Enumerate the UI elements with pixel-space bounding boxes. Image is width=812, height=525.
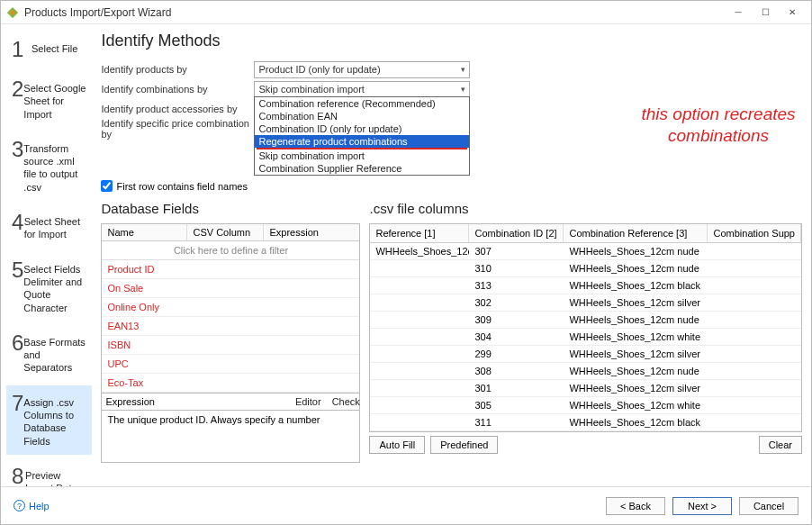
app-icon — [6, 6, 19, 19]
help-icon: ? — [14, 500, 25, 511]
csv-row[interactable]: 305WHHeels_Shoes_12cm white — [370, 397, 801, 414]
csv-row[interactable]: 301WHHeels_Shoes_12cm silver — [370, 380, 801, 397]
db-fields-header: Name CSV Column Expression — [102, 224, 359, 241]
wizard-step-7[interactable]: 7Assign .csv Columns to Database Fields — [6, 385, 92, 455]
csv-columns-title: .csv file columns — [369, 201, 802, 216]
wizard-step-6[interactable]: 6Base Formats and Separators — [6, 325, 92, 382]
wizard-footer: ? Help < Back Next > Cancel — [1, 486, 811, 524]
csv-col-combination-id[interactable]: Combination ID [2] — [469, 224, 564, 242]
cancel-button[interactable]: Cancel — [739, 497, 798, 515]
identify-accessories-label: Identify product accessories by — [101, 104, 254, 114]
identify-methods-title: Identify Methods — [101, 32, 802, 50]
titlebar: Products Import/Export Wizard ─ ☐ ✕ — [1, 1, 811, 24]
close-button[interactable]: ✕ — [779, 4, 806, 22]
db-row[interactable]: EAN13 — [102, 317, 359, 336]
dropdown-option-selected[interactable]: Regenerate product combinations — [255, 135, 469, 148]
wizard-step-3[interactable]: 3Transform source .xml file to output .c… — [6, 131, 92, 201]
dropdown-option[interactable]: Combination reference (Recommended) — [255, 97, 469, 110]
chevron-down-icon: ▾ — [461, 85, 465, 94]
expression-check-btn[interactable]: Check — [327, 394, 365, 410]
csv-row[interactable]: 304WHHeels_Shoes_12cm white — [370, 329, 801, 346]
csv-row[interactable]: 302WHHeels_Shoes_12cm silver — [370, 294, 801, 312]
identify-combinations-combo[interactable]: Skip combination import▾ — [254, 81, 470, 98]
wizard-step-1[interactable]: 1Select File — [6, 32, 92, 68]
chevron-down-icon: ▾ — [461, 65, 465, 74]
csv-grid-header: Reference [1] Combination ID [2] Combina… — [369, 223, 802, 243]
help-link[interactable]: ? Help — [14, 500, 50, 511]
next-button[interactable]: Next > — [672, 497, 732, 515]
main-panel: Identify Methods Identify products by Pr… — [97, 24, 811, 484]
back-button[interactable]: < Back — [606, 497, 665, 515]
first-row-checkbox-input[interactable] — [101, 180, 113, 192]
expression-editor-btn[interactable]: Editor — [290, 394, 327, 410]
identify-products-label: Identify products by — [101, 64, 254, 75]
expression-bar: Expression Editor Check — [101, 394, 360, 411]
identify-combinations-label: Identify combinations by — [101, 84, 254, 95]
csv-col-combination-supp[interactable]: Combination Supp — [708, 224, 801, 242]
csv-row[interactable]: 309WHHeels_Shoes_12cm nude — [370, 312, 801, 329]
db-row[interactable]: UPC — [102, 355, 359, 374]
dropdown-option[interactable]: Combination ID (only for update) — [255, 122, 469, 135]
csv-row[interactable]: 313WHHeels_Shoes_12cm black — [370, 277, 801, 294]
field-description: The unique product ID. Always specify a … — [101, 411, 360, 463]
window-title: Products Import/Export Wizard — [24, 6, 725, 19]
wizard-step-2[interactable]: 2Select Google Sheet for Import — [6, 71, 92, 128]
csv-row[interactable]: 311WHHeels_Shoes_12cm black — [370, 414, 801, 431]
wizard-step-4[interactable]: 4Select Sheet for Import — [6, 204, 92, 249]
expression-label: Expression — [102, 394, 158, 410]
maximize-button[interactable]: ☐ — [752, 4, 779, 22]
dropdown-option[interactable]: Skip combination import — [255, 149, 469, 162]
db-row-product-id[interactable]: Product ID — [102, 260, 359, 279]
db-fields-grid: Name CSV Column Expression Click here to… — [101, 223, 360, 394]
db-col-csv[interactable]: CSV Column — [187, 224, 264, 240]
csv-row[interactable]: 310WHHeels_Shoes_12cm nude — [370, 260, 801, 277]
csv-col-combination-ref[interactable]: Combination Reference [3] — [564, 224, 708, 242]
csv-row[interactable]: 299WHHeels_Shoes_12cm silver — [370, 346, 801, 363]
db-row[interactable]: Eco-Tax — [102, 374, 359, 393]
dropdown-option[interactable]: Combination EAN — [255, 110, 469, 122]
identify-products-combo[interactable]: Product ID (only for update)▾ — [254, 61, 470, 78]
wizard-step-5[interactable]: 5Select Fields Delimiter and Quote Chara… — [6, 252, 92, 321]
csv-row[interactable]: WHHeels_Shoes_12cm307WHHeels_Shoes_12cm … — [370, 243, 801, 260]
first-row-checkbox[interactable]: First row contains field names — [101, 180, 802, 192]
csv-grid-body[interactable]: WHHeels_Shoes_12cm307WHHeels_Shoes_12cm … — [369, 243, 802, 432]
csv-grid: Reference [1] Combination ID [2] Combina… — [369, 223, 802, 432]
dropdown-option[interactable]: Combination Supplier Reference — [255, 162, 469, 175]
db-row[interactable]: On Sale — [102, 279, 359, 298]
db-row[interactable]: Online Only — [102, 298, 359, 317]
minimize-button[interactable]: ─ — [725, 4, 752, 22]
csv-row[interactable]: 308WHHeels_Shoes_12cm nude — [370, 363, 801, 380]
db-row[interactable]: ISBN — [102, 336, 359, 355]
auto-fill-button[interactable]: Auto Fill — [369, 436, 425, 454]
expression-input[interactable] — [158, 394, 290, 410]
db-col-name[interactable]: Name — [102, 224, 187, 240]
predefined-button[interactable]: Predefined — [430, 436, 498, 454]
identify-price-combo-label: Identify specific price combination by — [101, 118, 254, 140]
clear-button[interactable]: Clear — [759, 436, 802, 454]
db-fields-title: Database Fields — [101, 201, 360, 216]
db-filter-row[interactable]: Click here to define a filter — [102, 241, 359, 260]
wizard-steps-sidebar: 1Select File 2Select Google Sheet for Im… — [1, 24, 97, 484]
annotation-text: this option recreatescombinations — [641, 104, 795, 147]
identify-combinations-dropdown[interactable]: Combination reference (Recommended) Comb… — [254, 96, 470, 176]
db-col-expression[interactable]: Expression — [264, 224, 359, 240]
csv-col-reference[interactable]: Reference [1] — [370, 224, 469, 242]
